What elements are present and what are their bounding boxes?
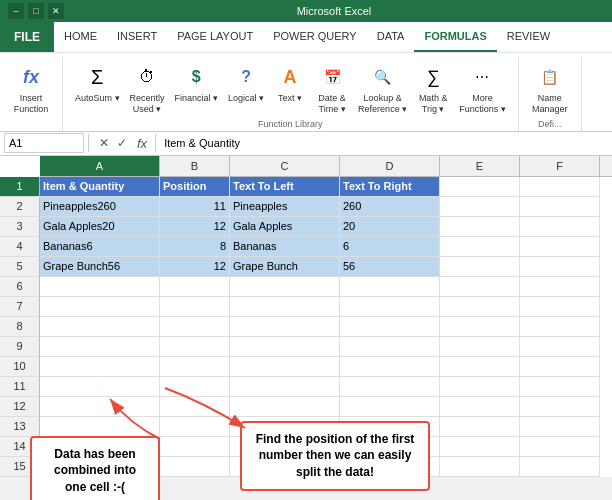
cell-F4[interactable] [520,237,600,257]
cell-C1[interactable]: Text To Left [230,177,340,197]
cell[interactable] [160,277,230,297]
col-header-C[interactable]: C [230,156,340,176]
confirm-formula-button[interactable]: ✓ [115,136,129,150]
cell[interactable] [520,357,600,377]
cell[interactable] [40,337,160,357]
cell[interactable] [440,377,520,397]
datetime-button[interactable]: 📅 Date &Time ▾ [312,59,352,117]
cell[interactable] [520,437,600,457]
name-manager-button[interactable]: 📋 NameManager [527,59,573,117]
cell[interactable] [160,357,230,377]
cell-B3[interactable]: 12 [160,217,230,237]
cell[interactable] [440,317,520,337]
tab-powerquery[interactable]: POWER QUERY [263,22,367,52]
cell-D4[interactable]: 6 [340,237,440,257]
cell-D3[interactable]: 20 [340,217,440,237]
cell-reference[interactable] [4,133,84,153]
cell[interactable] [40,357,160,377]
cell[interactable] [160,297,230,317]
col-header-A[interactable]: A [40,156,160,176]
cell-A4[interactable]: Bananas6 [40,237,160,257]
cell-E4[interactable] [440,237,520,257]
cell[interactable] [440,437,520,457]
cell[interactable] [230,297,340,317]
cell-F5[interactable] [520,257,600,277]
cell[interactable] [160,317,230,337]
cell[interactable] [230,337,340,357]
cell[interactable] [440,457,520,477]
cell[interactable] [440,297,520,317]
cell[interactable] [440,357,520,377]
cell-F3[interactable] [520,217,600,237]
cell[interactable] [520,277,600,297]
cell-E2[interactable] [440,197,520,217]
restore-icon[interactable]: □ [28,3,44,19]
more-functions-button[interactable]: ⋯ MoreFunctions ▾ [455,59,510,117]
tab-data[interactable]: DATA [367,22,415,52]
cell-B5[interactable]: 12 [160,257,230,277]
cell-B2[interactable]: 11 [160,197,230,217]
cell[interactable] [520,317,600,337]
cell[interactable] [440,417,520,437]
cell[interactable] [520,457,600,477]
cell[interactable] [40,277,160,297]
cell-F1[interactable] [520,177,600,197]
cell[interactable] [520,417,600,437]
close-icon[interactable]: ✕ [48,3,64,19]
logical-button[interactable]: ? Logical ▾ [224,59,268,106]
cell[interactable] [520,377,600,397]
col-header-F[interactable]: F [520,156,600,176]
cancel-formula-button[interactable]: ✕ [97,136,111,150]
cell-C2[interactable]: Pineapples [230,197,340,217]
cell[interactable] [340,277,440,297]
cell-B4[interactable]: 8 [160,237,230,257]
cell-E3[interactable] [440,217,520,237]
autosum-button[interactable]: Σ AutoSum ▾ [71,59,124,106]
cell[interactable] [160,457,230,477]
cell-C5[interactable]: Grape Bunch [230,257,340,277]
cell[interactable] [340,297,440,317]
tab-home[interactable]: HOME [54,22,107,52]
cell-D5[interactable]: 56 [340,257,440,277]
tab-review[interactable]: REVIEW [497,22,560,52]
cell[interactable] [440,337,520,357]
cell-C4[interactable]: Bananas [230,237,340,257]
cell-B1[interactable]: Position [160,177,230,197]
lookup-button[interactable]: 🔍 Lookup &Reference ▾ [354,59,411,117]
cell-A2[interactable]: Pineapples260 [40,197,160,217]
cell-A3[interactable]: Gala Apples20 [40,217,160,237]
col-header-B[interactable]: B [160,156,230,176]
cell[interactable] [340,357,440,377]
cell-F2[interactable] [520,197,600,217]
cell-E5[interactable] [440,257,520,277]
cell-C3[interactable]: Gala Apples [230,217,340,237]
formula-input[interactable] [160,136,608,150]
cell[interactable] [340,317,440,337]
cell[interactable] [520,297,600,317]
minimize-icon[interactable]: – [8,3,24,19]
col-header-E[interactable]: E [440,156,520,176]
cell[interactable] [520,397,600,417]
tab-insert[interactable]: INSERT [107,22,167,52]
math-button[interactable]: ∑ Math &Trig ▾ [413,59,453,117]
cell[interactable] [40,317,160,337]
cell[interactable] [230,357,340,377]
cell[interactable] [40,297,160,317]
cell[interactable] [230,277,340,297]
insert-function-button[interactable]: fx InsertFunction [8,59,54,117]
col-header-D[interactable]: D [340,156,440,176]
tab-pagelayout[interactable]: PAGE LAYOUT [167,22,263,52]
cell[interactable] [520,337,600,357]
cell-E1[interactable] [440,177,520,197]
tab-file[interactable]: FILE [0,22,54,52]
cell[interactable] [340,377,440,397]
cell[interactable] [160,337,230,357]
financial-button[interactable]: $ Financial ▾ [171,59,223,106]
tab-formulas[interactable]: FORMULAS [414,22,496,52]
cell-A1[interactable]: Item & Quantity [40,177,160,197]
cell[interactable] [440,277,520,297]
cell[interactable] [340,337,440,357]
cell[interactable] [340,397,440,417]
recently-used-button[interactable]: ⏱ RecentlyUsed ▾ [126,59,169,117]
text-button[interactable]: A Text ▾ [270,59,310,106]
